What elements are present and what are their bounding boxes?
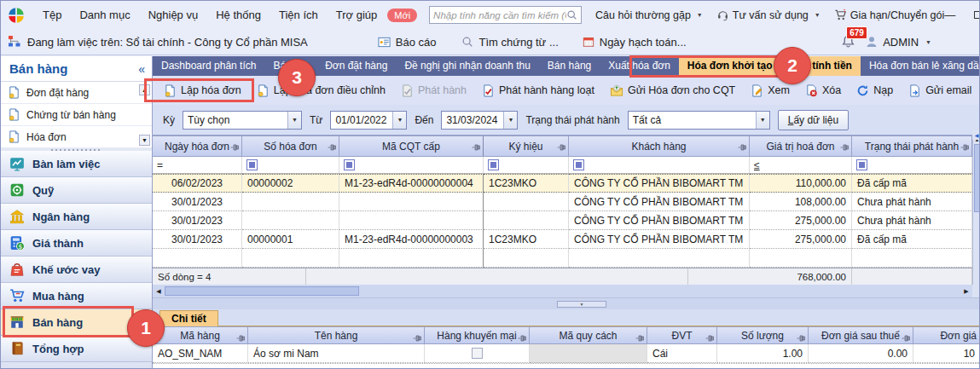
renew-package-button[interactable]: Gia hạn/Chuyển gói bbox=[834, 9, 945, 21]
toolbar-button-3[interactable]: Phát hành hàng loạt bbox=[474, 79, 602, 101]
filter-cell[interactable] bbox=[484, 157, 569, 173]
horizontal-scrollbar[interactable]: ◀ ▶ bbox=[153, 285, 972, 297]
sidebar-module-cost[interactable]: $Giá thành bbox=[1, 230, 152, 257]
menu-item-5[interactable]: Trợ giúp bbox=[336, 9, 378, 21]
promo-checkbox[interactable] bbox=[472, 348, 483, 359]
sidebar-item[interactable]: Chứng từ bán hàng bbox=[1, 104, 152, 126]
scrollbar-thumb[interactable] bbox=[165, 286, 359, 296]
menu-item-2[interactable]: Nghiệp vụ bbox=[148, 9, 199, 21]
column-header[interactable]: Ngày hóa đơn bbox=[153, 136, 242, 156]
grid-cell[interactable]: Đã cấp mã bbox=[852, 230, 972, 249]
get-data-button[interactable]: Lấy dữ liệu bbox=[778, 110, 849, 130]
maximize-button[interactable] bbox=[974, 11, 980, 19]
grid-cell[interactable] bbox=[484, 249, 569, 268]
sidebar-module-loan[interactable]: Khế ước vay bbox=[1, 257, 152, 283]
sidebar-item[interactable]: Đơn đặt hàng bbox=[1, 82, 152, 104]
collapse-sidebar-icon[interactable]: « bbox=[138, 62, 145, 76]
column-header[interactable]: Đơn giá bbox=[913, 327, 980, 343]
grid-cell[interactable]: 275,000.00 bbox=[750, 230, 852, 249]
grid-cell[interactable]: Chưa phát hành bbox=[852, 193, 972, 211]
column-header[interactable]: ĐVT bbox=[647, 327, 717, 343]
pin-icon[interactable] bbox=[960, 143, 969, 152]
panel-splitter[interactable]: ▼ bbox=[153, 297, 980, 309]
grid-cell[interactable]: 1C23MKO bbox=[484, 230, 569, 249]
from-date-input[interactable]: 01/01/2022▼ bbox=[330, 111, 407, 130]
pin-icon[interactable] bbox=[413, 334, 421, 343]
column-header[interactable]: Khách hàng bbox=[569, 136, 750, 156]
find-voucher-button[interactable]: Tìm chứng từ ... bbox=[461, 36, 558, 49]
filter-cell[interactable] bbox=[852, 157, 972, 173]
grid-cell[interactable] bbox=[339, 211, 484, 230]
pin-icon[interactable] bbox=[840, 143, 849, 152]
grid-cell[interactable] bbox=[242, 249, 339, 268]
scroll-right-icon[interactable]: ▶ bbox=[960, 288, 972, 295]
grid-cell[interactable] bbox=[242, 211, 339, 230]
pin-icon[interactable] bbox=[705, 334, 714, 343]
table-row[interactable]: 06/02/202300000002M1-23-edR4d-0000000000… bbox=[153, 174, 972, 193]
pin-icon[interactable] bbox=[518, 334, 526, 343]
grid-cell[interactable]: Đã cấp mã bbox=[852, 174, 972, 193]
tab-detail[interactable]: Chi tiết bbox=[159, 310, 218, 326]
feature-search-input[interactable] bbox=[433, 10, 566, 20]
column-header[interactable]: Mã CQT cấp bbox=[339, 136, 484, 156]
grid-cell[interactable] bbox=[484, 211, 569, 230]
period-select[interactable]: Tùy chọn▼ bbox=[183, 111, 302, 130]
table-row[interactable]: 30/01/2023CÔNG TY CỔ PHẦN BIBOMART TM108… bbox=[153, 193, 972, 211]
column-header[interactable]: Trạng thái phát hành bbox=[852, 136, 972, 156]
posting-date-button[interactable]: Ngày hạch toán... bbox=[583, 36, 687, 49]
filter-cell[interactable]: = bbox=[153, 157, 242, 173]
report-button[interactable]: Báo cáo bbox=[378, 36, 437, 49]
table-row[interactable]: 30/01/202300000001M1-23-edR4d-0000000000… bbox=[153, 230, 972, 249]
grid-cell[interactable] bbox=[242, 193, 339, 211]
grid-cell[interactable] bbox=[339, 193, 484, 211]
grid-cell[interactable]: M1-23-edR4d-00000000004 bbox=[339, 174, 484, 193]
column-header[interactable]: Tên hàng bbox=[248, 327, 425, 343]
column-header[interactable]: Ký hiệu bbox=[484, 136, 569, 156]
sidebar-module-bank[interactable]: Ngân hàng bbox=[1, 204, 152, 230]
grid-cell[interactable]: CÔNG TY CỔ PHẦN BIBOMART TM bbox=[569, 211, 750, 230]
filter-cell[interactable]: ≤ bbox=[750, 157, 852, 173]
grid-cell[interactable]: 275,000.00 bbox=[750, 211, 852, 230]
pin-icon[interactable] bbox=[472, 143, 480, 152]
grid-cell[interactable]: 30/01/2023 bbox=[153, 230, 242, 249]
grid-cell[interactable] bbox=[750, 249, 852, 268]
grid-cell[interactable]: 1C23MKO bbox=[484, 174, 569, 193]
grid-cell[interactable]: 110,000.00 bbox=[750, 174, 852, 193]
column-header[interactable]: Hàng khuyến mại bbox=[425, 327, 530, 343]
table-row[interactable]: 30/01/2023CÔNG TY CỔ PHẦN BIBOMART TM275… bbox=[153, 211, 972, 230]
filter-cell[interactable] bbox=[569, 157, 750, 173]
menu-item-4[interactable]: Tiện ích bbox=[279, 9, 318, 21]
grid-cell[interactable]: CÔNG TY CỔ PHẦN BIBOMART TM bbox=[569, 174, 750, 193]
grid-cell[interactable] bbox=[569, 249, 750, 268]
pin-icon[interactable] bbox=[902, 334, 910, 343]
filter-cell[interactable] bbox=[242, 157, 339, 173]
pin-icon[interactable] bbox=[738, 143, 746, 152]
user-menu[interactable]: ADMIN ▼ bbox=[865, 35, 931, 49]
splitter-handle[interactable]: ▼ bbox=[557, 301, 606, 308]
grid-cell[interactable]: 1.00 bbox=[717, 344, 809, 363]
table-row[interactable] bbox=[153, 249, 972, 268]
tab-4[interactable]: Bán hàng bbox=[539, 56, 600, 76]
toolbar-button-4[interactable]: Gửi Hóa đơn cho CQT bbox=[602, 79, 743, 101]
sidebar-item[interactable]: Hóa đơn bbox=[1, 126, 152, 148]
column-header[interactable]: Đơn giá sau thuế bbox=[809, 327, 913, 343]
grid-cell[interactable] bbox=[852, 249, 972, 268]
grid-cell[interactable]: Chưa phát hành bbox=[852, 211, 972, 230]
tab-2[interactable]: Đơn đặt hàng bbox=[316, 56, 396, 76]
table-row[interactable]: AO_SM_NAMÁo sơ mi NamCái1.000.0010 bbox=[153, 344, 980, 363]
scroll-left-icon[interactable]: ◀ bbox=[153, 288, 165, 295]
pin-icon[interactable] bbox=[557, 143, 565, 152]
grid-cell[interactable]: 0.00 bbox=[809, 344, 913, 363]
pin-icon[interactable] bbox=[635, 334, 644, 343]
toolbar-button-1[interactable]: Lập hóa đơn điều chỉnh bbox=[249, 79, 393, 101]
grid-cell[interactable]: 108,000.00 bbox=[750, 193, 852, 211]
grid-cell[interactable]: AO_SM_NAM bbox=[153, 344, 248, 363]
grid-cell[interactable]: CÔNG TY CỔ PHẦN BIBOMART TM bbox=[569, 193, 750, 211]
grid-cell[interactable]: 06/02/2023 bbox=[153, 174, 242, 193]
grid-cell[interactable] bbox=[484, 193, 569, 211]
sidebar-module-book[interactable]: Tổng hợp bbox=[1, 336, 152, 362]
column-header[interactable]: Giá trị hoá đơn bbox=[750, 136, 852, 156]
column-header[interactable]: Mã hàng bbox=[153, 327, 248, 343]
tab-7[interactable]: Hóa đơn bán lẻ xăng dầu bbox=[861, 56, 980, 76]
pin-icon[interactable] bbox=[236, 334, 245, 343]
